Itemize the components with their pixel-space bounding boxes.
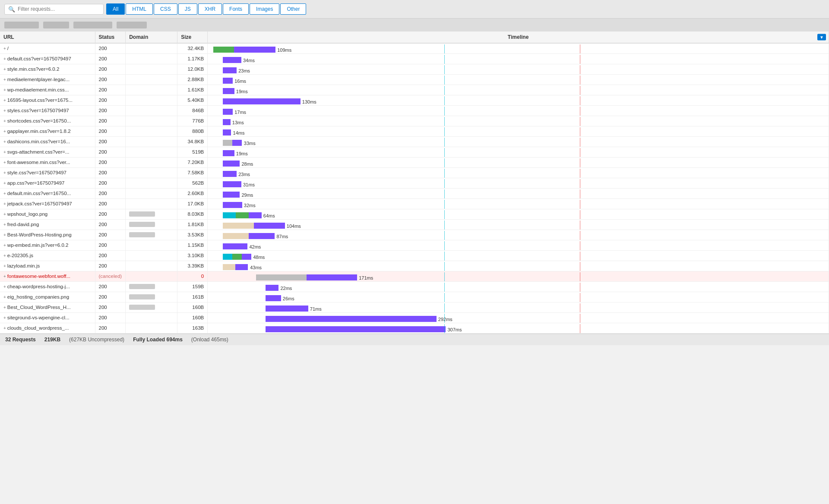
table-row[interactable]: +style.min.css?ver=6.0.220012.0KB23ms	[0, 64, 829, 74]
filter-tab-images[interactable]: Images	[250, 3, 279, 15]
url-cell[interactable]: +fontawesome-webfont.woff...	[0, 271, 95, 281]
table-row[interactable]: +app.css?ver=1675079497200562B31ms	[0, 178, 829, 188]
table-row[interactable]: +16595-layout.css?ver=1675...2005.40KB13…	[0, 95, 829, 105]
timeline-ms-label: 14ms	[233, 130, 245, 135]
url-cell[interactable]: +lazyload.min.js	[0, 261, 95, 271]
filter-tab-css[interactable]: CSS	[154, 3, 177, 15]
timeline-bar-segment	[223, 192, 240, 198]
request-count: 32 Requests	[5, 337, 36, 343]
url-cell[interactable]: +gapplayer.min.css?ver=1.8.2	[0, 126, 95, 136]
expand-icon: +	[3, 46, 6, 51]
url-cell[interactable]: +wpshout_logo.png	[0, 209, 95, 219]
filter-tab-js[interactable]: JS	[178, 3, 197, 15]
url-cell[interactable]: +default.css?ver=1675079497	[0, 54, 95, 64]
filter-tab-xhr[interactable]: XHR	[198, 3, 222, 15]
url-cell[interactable]: +clouds_cloud_wordpress_...	[0, 323, 95, 333]
url-cell[interactable]: +shortcodes.css?ver=16750...	[0, 116, 95, 126]
timeline-red-line	[580, 117, 580, 126]
timeline-cyan-line	[444, 220, 445, 230]
url-cell[interactable]: +default.min.css?ver=16750...	[0, 188, 95, 198]
search-box: 🔍	[4, 4, 104, 15]
timeline-cyan-line	[444, 283, 445, 292]
filter-tab-html[interactable]: HTML	[126, 3, 153, 15]
url-cell[interactable]: +style.min.css?ver=6.0.2	[0, 64, 95, 74]
table-row[interactable]: +lazyload.min.js2003.39KB43ms	[0, 261, 829, 271]
timeline-cell: 13ms	[208, 116, 829, 126]
timeline-bar-segment	[256, 274, 307, 280]
table-row[interactable]: +dashicons.min.css?ver=16...20034.8KB33m…	[0, 136, 829, 147]
url-cell[interactable]: +Best_Cloud_WordPress_H...	[0, 302, 95, 312]
url-cell[interactable]: +jetpack.css?ver=1675079497	[0, 198, 95, 209]
table-row[interactable]: +eig_hosting_companies.png200161B26ms	[0, 292, 829, 302]
url-text: clouds_cloud_wordpress_...	[7, 325, 69, 331]
url-cell[interactable]: +/	[0, 43, 95, 54]
url-cell[interactable]: +siteground-vs-wpengine-cl...	[0, 312, 95, 323]
table-row[interactable]: +fred-david.png2001.81KB104ms	[0, 219, 829, 230]
table-row[interactable]: +cheap-wordpress-hosting-j...200159B22ms	[0, 281, 829, 292]
domain-cell	[126, 95, 177, 105]
domain-cell	[126, 126, 177, 136]
timeline-cell: 104ms	[208, 219, 829, 230]
url-cell[interactable]: +e-202305.js	[0, 250, 95, 261]
url-cell[interactable]: +mediaelementplayer-legac...	[0, 74, 95, 85]
url-cell[interactable]: +svgs-attachment.css?ver=...	[0, 147, 95, 157]
table-row[interactable]: +default.css?ver=16750794972001.17KB34ms	[0, 54, 829, 64]
table-row[interactable]: +mediaelementplayer-legac...2002.88KB16m…	[0, 74, 829, 85]
table-row[interactable]: +wp-embed.min.js?ver=6.0.22001.15KB42ms	[0, 240, 829, 250]
timeline-bar-segment	[223, 67, 237, 73]
timeline-dropdown-icon[interactable]: ▼	[817, 34, 826, 41]
timeline-red-line	[580, 158, 580, 168]
timeline-bar-segment	[234, 47, 255, 53]
url-cell[interactable]: +app.css?ver=1675079497	[0, 178, 95, 188]
timeline-bar-container: 292ms	[209, 316, 827, 322]
url-cell[interactable]: +16595-layout.css?ver=1675...	[0, 95, 95, 105]
url-cell[interactable]: +fred-david.png	[0, 219, 95, 230]
domain-cell	[126, 281, 177, 292]
table-row[interactable]: +e-202305.js2003.10KB48ms	[0, 250, 829, 261]
url-cell[interactable]: +font-awesome.min.css?ver...	[0, 157, 95, 167]
table-row[interactable]: +Best-WordPress-Hosting.png2003.53KB87ms	[0, 230, 829, 240]
timeline-cell: 19ms	[208, 85, 829, 95]
table-row[interactable]: +jetpack.css?ver=167507949720017.0KB32ms	[0, 198, 829, 209]
url-cell[interactable]: +Best-WordPress-Hosting.png	[0, 230, 95, 240]
table-row[interactable]: +style.css?ver=16750794972007.58KB23ms	[0, 167, 829, 178]
url-cell[interactable]: +eig_hosting_companies.png	[0, 292, 95, 302]
expand-icon: +	[3, 139, 6, 144]
table-row[interactable]: +/20032.4KB109ms	[0, 43, 829, 54]
table-row[interactable]: +styles.css?ver=1675079497200846B17ms	[0, 105, 829, 116]
table-row[interactable]: +clouds_cloud_wordpress_...200163B307ms	[0, 323, 829, 333]
timeline-cyan-line	[444, 117, 445, 126]
timeline-bar-container: 104ms	[209, 223, 827, 229]
expand-icon: +	[3, 98, 6, 103]
table-row[interactable]: +font-awesome.min.css?ver...2007.20KB28m…	[0, 157, 829, 167]
status-column-header: Status	[95, 32, 126, 43]
table-row[interactable]: +fontawesome-webfont.woff...(canceled)01…	[0, 271, 829, 281]
url-cell[interactable]: +cheap-wordpress-hosting-j...	[0, 281, 95, 292]
table-row[interactable]: +shortcodes.css?ver=16750...200776B13ms	[0, 116, 829, 126]
domain-cell	[126, 312, 177, 323]
table-row[interactable]: +gapplayer.min.css?ver=1.8.2200880B14ms	[0, 126, 829, 136]
search-input[interactable]	[18, 6, 100, 12]
table-row[interactable]: +svgs-attachment.css?ver=...200519B19ms	[0, 147, 829, 157]
filter-tab-all[interactable]: All	[106, 3, 125, 15]
timeline-bar-container: 14ms	[209, 129, 827, 135]
status-cell: (canceled)	[95, 271, 126, 281]
filter-tab-fonts[interactable]: Fonts	[223, 3, 249, 15]
table-row[interactable]: +Best_Cloud_WordPress_H...200160B71ms	[0, 302, 829, 312]
table-row[interactable]: +default.min.css?ver=16750...2002.60KB29…	[0, 188, 829, 198]
url-cell[interactable]: +wp-mediaelement.min.css...	[0, 85, 95, 95]
table-row[interactable]: +wp-mediaelement.min.css...2001.61KB19ms	[0, 85, 829, 95]
domain-cell	[126, 230, 177, 240]
timeline-bar-segment	[254, 223, 285, 229]
size-cell: 34.8KB	[177, 136, 208, 147]
timeline-bar-segment	[223, 98, 301, 104]
table-row[interactable]: +siteground-vs-wpengine-cl...200160B292m…	[0, 312, 829, 323]
url-cell[interactable]: +wp-embed.min.js?ver=6.0.2	[0, 240, 95, 250]
filter-tab-other[interactable]: Other	[280, 3, 306, 15]
url-cell[interactable]: +dashicons.min.css?ver=16...	[0, 136, 95, 147]
url-cell[interactable]: +styles.css?ver=1675079497	[0, 105, 95, 116]
timeline-red-line	[580, 283, 580, 292]
table-row[interactable]: +wpshout_logo.png2008.03KB64ms	[0, 209, 829, 219]
timeline-red-line	[580, 200, 580, 209]
url-cell[interactable]: +style.css?ver=1675079497	[0, 167, 95, 178]
